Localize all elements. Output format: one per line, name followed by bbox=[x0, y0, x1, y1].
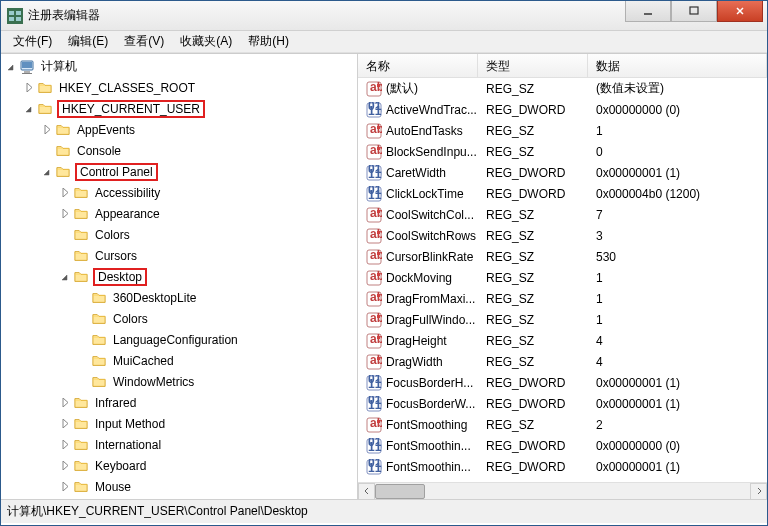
list-row[interactable]: FontSmoothingREG_SZ2 bbox=[358, 414, 767, 435]
tree-item-hkcu[interactable]: HKEY_CURRENT_USER bbox=[1, 98, 357, 119]
list-row[interactable]: DragWidthREG_SZ4 bbox=[358, 351, 767, 372]
folder-icon bbox=[91, 375, 107, 389]
value-type: REG_SZ bbox=[478, 82, 588, 96]
tree-item-personalization[interactable]: Personalization bbox=[1, 497, 357, 499]
expand-icon[interactable] bbox=[59, 397, 71, 409]
value-type: REG_DWORD bbox=[478, 460, 588, 474]
list-row[interactable]: DockMovingREG_SZ1 bbox=[358, 267, 767, 288]
tree-label: MuiCached bbox=[111, 353, 176, 369]
collapse-icon[interactable] bbox=[41, 166, 53, 178]
expand-icon[interactable] bbox=[41, 124, 53, 136]
list-row[interactable]: AutoEndTasksREG_SZ1 bbox=[358, 120, 767, 141]
minimize-button[interactable] bbox=[625, 0, 671, 22]
value-type: REG_SZ bbox=[478, 124, 588, 138]
tree-item-mouse[interactable]: Mouse bbox=[1, 476, 357, 497]
folder-icon bbox=[73, 207, 89, 221]
menu-favorites[interactable]: 收藏夹(A) bbox=[174, 31, 238, 52]
list-row[interactable]: ActiveWndTrac...REG_DWORD0x00000000 (0) bbox=[358, 99, 767, 120]
scroll-right-arrow[interactable] bbox=[750, 483, 767, 500]
string-value-icon bbox=[366, 249, 382, 265]
value-data: 0x00000001 (1) bbox=[588, 166, 767, 180]
tree-item-input_method[interactable]: Input Method bbox=[1, 413, 357, 434]
list-body[interactable]: (默认)REG_SZ(数值未设置)ActiveWndTrac...REG_DWO… bbox=[358, 78, 767, 482]
value-type: REG_DWORD bbox=[478, 397, 588, 411]
column-name[interactable]: 名称 bbox=[358, 54, 478, 77]
tree-item-root[interactable]: 计算机 bbox=[1, 56, 357, 77]
close-button[interactable] bbox=[717, 0, 763, 22]
value-name: CursorBlinkRate bbox=[386, 250, 473, 264]
tree-label: Control Panel bbox=[75, 163, 158, 181]
list-row[interactable]: FocusBorderH...REG_DWORD0x00000001 (1) bbox=[358, 372, 767, 393]
tree-item-accessibility[interactable]: Accessibility bbox=[1, 182, 357, 203]
tree-item-keyboard[interactable]: Keyboard bbox=[1, 455, 357, 476]
no-expand bbox=[77, 334, 89, 346]
expand-icon[interactable] bbox=[59, 460, 71, 472]
computer-icon bbox=[19, 59, 35, 75]
tree-item-international[interactable]: International bbox=[1, 434, 357, 455]
value-name: BlockSendInpu... bbox=[386, 145, 477, 159]
folder-icon bbox=[55, 144, 71, 158]
scroll-left-arrow[interactable] bbox=[358, 483, 375, 500]
string-value-icon bbox=[366, 417, 382, 433]
expand-icon[interactable] bbox=[59, 418, 71, 430]
list-header: 名称 类型 数据 bbox=[358, 54, 767, 78]
tree-item-appearance[interactable]: Appearance bbox=[1, 203, 357, 224]
dword-value-icon bbox=[366, 165, 382, 181]
value-name: FontSmoothing bbox=[386, 418, 467, 432]
tree-item-colors2[interactable]: Colors bbox=[1, 308, 357, 329]
status-path: 计算机\HKEY_CURRENT_USER\Control Panel\Desk… bbox=[7, 503, 308, 520]
tree-item-cursors[interactable]: Cursors bbox=[1, 245, 357, 266]
tree-item-console[interactable]: Console bbox=[1, 140, 357, 161]
list-row[interactable]: DragHeightREG_SZ4 bbox=[358, 330, 767, 351]
scroll-thumb[interactable] bbox=[375, 484, 425, 499]
collapse-icon[interactable] bbox=[23, 103, 35, 115]
tree-pane[interactable]: 计算机HKEY_CLASSES_ROOTHKEY_CURRENT_USERApp… bbox=[1, 54, 358, 499]
expand-icon[interactable] bbox=[23, 82, 35, 94]
value-data: 2 bbox=[588, 418, 767, 432]
tree-item-langconfig[interactable]: LanguageConfiguration bbox=[1, 329, 357, 350]
tree-item-hkcr[interactable]: HKEY_CLASSES_ROOT bbox=[1, 77, 357, 98]
list-row[interactable]: ClickLockTimeREG_DWORD0x000004b0 (1200) bbox=[358, 183, 767, 204]
list-row[interactable]: CursorBlinkRateREG_SZ530 bbox=[358, 246, 767, 267]
expand-icon[interactable] bbox=[59, 439, 71, 451]
list-row[interactable]: CaretWidthREG_DWORD0x00000001 (1) bbox=[358, 162, 767, 183]
collapse-icon[interactable] bbox=[5, 61, 17, 73]
tree-item-control_panel[interactable]: Control Panel bbox=[1, 161, 357, 182]
dword-value-icon bbox=[366, 186, 382, 202]
collapse-icon[interactable] bbox=[59, 271, 71, 283]
tree-item-colors[interactable]: Colors bbox=[1, 224, 357, 245]
maximize-button[interactable] bbox=[671, 0, 717, 22]
expand-icon[interactable] bbox=[59, 208, 71, 220]
tree-item-desktop[interactable]: Desktop bbox=[1, 266, 357, 287]
tree-item-appevents[interactable]: AppEvents bbox=[1, 119, 357, 140]
tree-item-muicached[interactable]: MuiCached bbox=[1, 350, 357, 371]
list-row[interactable]: FontSmoothin...REG_DWORD0x00000000 (0) bbox=[358, 435, 767, 456]
menu-help[interactable]: 帮助(H) bbox=[242, 31, 295, 52]
list-row[interactable]: FocusBorderW...REG_DWORD0x00000001 (1) bbox=[358, 393, 767, 414]
menubar: 文件(F) 编辑(E) 查看(V) 收藏夹(A) 帮助(H) bbox=[1, 31, 767, 53]
list-row[interactable]: CoolSwitchCol...REG_SZ7 bbox=[358, 204, 767, 225]
expand-icon[interactable] bbox=[59, 187, 71, 199]
list-row[interactable]: FontSmoothin...REG_DWORD0x00000001 (1) bbox=[358, 456, 767, 477]
list-row[interactable]: BlockSendInpu...REG_SZ0 bbox=[358, 141, 767, 162]
value-name: FontSmoothin... bbox=[386, 460, 471, 474]
value-data: 0x00000001 (1) bbox=[588, 376, 767, 390]
column-type[interactable]: 类型 bbox=[478, 54, 588, 77]
list-row[interactable]: DragFullWindo...REG_SZ1 bbox=[358, 309, 767, 330]
tree-label: International bbox=[93, 437, 163, 453]
tree-item-infrared[interactable]: Infrared bbox=[1, 392, 357, 413]
tree-item-windowmetrics[interactable]: WindowMetrics bbox=[1, 371, 357, 392]
menu-edit[interactable]: 编辑(E) bbox=[62, 31, 114, 52]
column-data[interactable]: 数据 bbox=[588, 54, 767, 77]
list-row[interactable]: CoolSwitchRowsREG_SZ3 bbox=[358, 225, 767, 246]
dword-value-icon bbox=[366, 438, 382, 454]
list-row[interactable]: (默认)REG_SZ(数值未设置) bbox=[358, 78, 767, 99]
list-row[interactable]: DragFromMaxi...REG_SZ1 bbox=[358, 288, 767, 309]
tree-label: Colors bbox=[93, 227, 132, 243]
menu-view[interactable]: 查看(V) bbox=[118, 31, 170, 52]
expand-icon[interactable] bbox=[59, 481, 71, 493]
horizontal-scrollbar[interactable] bbox=[358, 482, 767, 499]
tree-label: Cursors bbox=[93, 248, 139, 264]
menu-file[interactable]: 文件(F) bbox=[7, 31, 58, 52]
tree-item-desktoplite[interactable]: 360DesktopLite bbox=[1, 287, 357, 308]
